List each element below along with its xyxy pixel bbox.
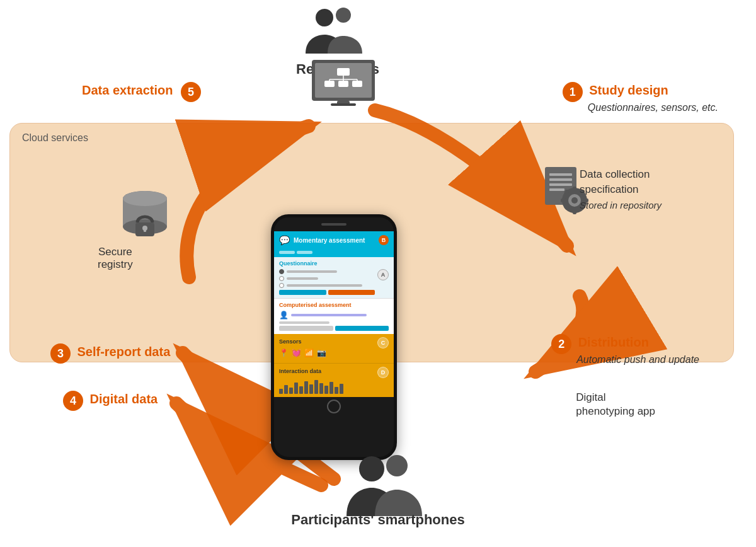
c-line-1 [291,314,367,316]
phone-speaker [321,223,346,226]
bar-6 [304,381,308,394]
step-1-title: Study design [589,83,668,97]
step-4-number: 4 [63,391,83,411]
heart-icon: 💓 [292,348,301,357]
svg-point-1 [316,9,333,26]
sensors-title: Sensors [279,338,302,345]
camera-icon: 📷 [317,348,326,357]
bar-7 [309,384,313,394]
step-2-number: 2 [551,334,571,354]
svg-rect-24 [549,173,572,176]
svg-rect-5 [337,68,350,76]
step-2-title: Distribution [578,335,649,349]
c-row-1: 👤 [279,311,389,320]
bar-8 [314,380,318,394]
bar-1 [279,389,283,394]
header-title: Momentary assessment [294,237,375,244]
step-3-label: 3 Self-report data [50,343,170,364]
header-bars [274,249,394,257]
data-spec-subtitle: Stored in repository [580,200,706,210]
step-2-subtitle: Automatic push and update [576,354,699,365]
questionnaire-rows [279,269,375,295]
svg-rect-25 [549,178,572,181]
svg-rect-6 [324,81,335,87]
interaction-header: Interaction data D [279,367,389,378]
computerised-rows: Computerised assessment 👤 [279,302,389,331]
c-row-2 [279,321,389,324]
phone-mockup: 💬 Momentary assessment B Questionnaire [271,214,397,460]
svg-point-40 [386,455,408,476]
data-spec-label: Data collection specification Stored in … [580,167,706,210]
monitor-icon [309,57,378,107]
c-buttons [279,326,389,331]
cloud-label: Cloud services [22,132,88,144]
phone-bottom-bar [274,397,394,416]
radio-1 [279,269,284,274]
participants-label: Participants' smartphones [291,512,464,528]
data-spec-title: Data collection specification [580,167,706,197]
bar-11 [329,382,333,394]
app-label: Digitalphenotyping app [576,391,655,418]
step-5-label: Data extraction 5 [82,82,205,102]
phone-top-bar [274,217,394,231]
registry-group [117,186,173,251]
step-1-subtitle: Questionnaires, sensors, etc. [588,102,718,113]
bar-3 [289,388,293,394]
step-4-title: Digital data [89,392,158,406]
svg-point-2 [336,8,351,23]
header-badge-b: B [379,235,389,245]
c-line-2 [279,321,329,324]
interaction-section: Interaction data D [274,363,394,397]
q-btn-orange [328,290,375,295]
svg-rect-32 [573,209,576,214]
header-bar-2 [297,251,312,254]
q-row-3 [279,283,375,288]
svg-rect-26 [549,183,572,186]
svg-point-30 [571,197,578,204]
radio-2 [279,276,284,281]
step-1-number: 1 [563,82,583,102]
svg-rect-27 [549,188,564,191]
sensors-header: Sensors C [279,337,389,348]
chat-icon: 💬 [279,235,290,245]
computerised-title: Computerised assessment [279,302,389,308]
questionnaire-content: A [279,269,389,295]
bar-5 [299,386,303,394]
questionnaire-section: Questionnaire [274,257,394,299]
bar-9 [319,383,323,394]
svg-rect-7 [338,81,348,87]
svg-rect-15 [331,103,356,106]
step-5-title: Data extraction [82,83,173,97]
radio-3 [279,283,284,288]
bar-4 [294,383,298,394]
face-icon: 👤 [279,311,289,320]
location-icon: 📍 [279,348,289,357]
computerised-section: Computerised assessment 👤 [274,299,394,334]
interaction-badge-d: D [377,367,389,378]
svg-point-19 [123,191,167,206]
sensors-section: Sensors C 📍 💓 📶 📷 [274,334,394,363]
q-line-1 [287,270,337,273]
header-bar-group [279,251,389,254]
interaction-bars [279,378,389,394]
sensors-icons: 📍 💓 📶 📷 [279,348,389,357]
c-btn-gray [279,326,333,331]
svg-rect-22 [144,228,146,232]
step-2-label: 2 Distribution Automatic push and update [551,334,699,366]
q-line-3 [287,284,362,287]
svg-point-39 [359,456,384,481]
step-5-number: 5 [181,82,201,102]
screen-header: 💬 Momentary assessment B [274,231,394,249]
wifi-icon: 📶 [304,348,314,357]
svg-rect-31 [573,187,576,192]
step-3-number: 3 [50,343,71,364]
step-4-label: 4 Digital data [63,391,158,411]
interaction-title: Interaction data [279,368,321,374]
c-btn-blue [335,326,389,331]
registry-label: Secure registry [98,246,133,271]
computerised-content: Computerised assessment 👤 [279,302,389,331]
bar-10 [324,386,328,394]
q-btn-blue [279,290,326,295]
svg-rect-8 [352,81,362,87]
bar-2 [284,385,288,394]
